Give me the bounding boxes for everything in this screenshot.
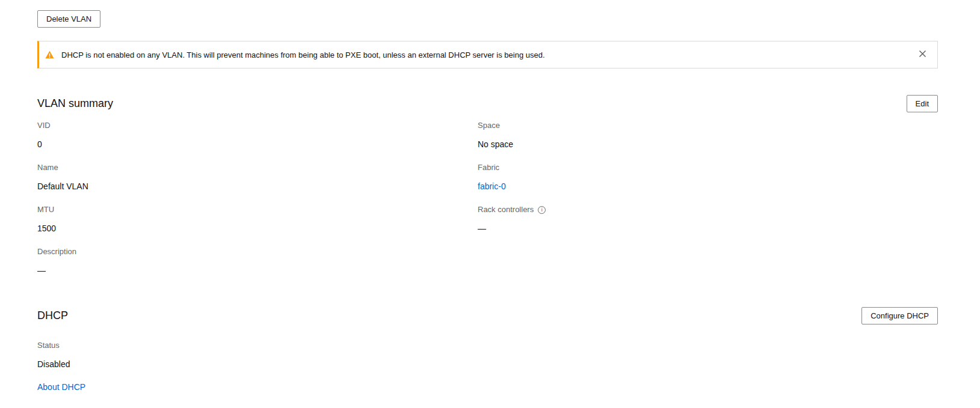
field-value: Disabled (37, 359, 938, 370)
field-dhcp-status: Status Disabled (37, 341, 938, 370)
field-fabric: Fabric fabric-0 (478, 163, 938, 192)
info-icon[interactable]: i (538, 206, 546, 214)
dhcp-header: DHCP Configure DHCP (37, 307, 938, 324)
field-value: 1500 (37, 224, 478, 234)
alert-close-button[interactable] (916, 47, 929, 62)
about-dhcp-wrap: About DHCP (37, 382, 938, 392)
field-space: Space No space (478, 121, 938, 150)
vlan-summary-title: VLAN summary (37, 97, 113, 110)
delete-vlan-button[interactable]: Delete VLAN (37, 10, 100, 28)
field-value: 0 (37, 139, 478, 150)
dhcp-title: DHCP (37, 309, 68, 322)
field-label: VID (37, 121, 478, 130)
field-rack-controllers: Rack controllers i — (478, 205, 938, 234)
field-value: Default VLAN (37, 181, 478, 192)
alert-message: DHCP is not enabled on any VLAN. This wi… (61, 50, 545, 59)
field-label: MTU (37, 205, 478, 215)
dhcp-warning-alert: DHCP is not enabled on any VLAN. This wi… (37, 41, 938, 69)
field-mtu: MTU 1500 (37, 205, 478, 234)
configure-dhcp-button[interactable]: Configure DHCP (861, 307, 938, 324)
vlan-summary-fields: VID 0 Space No space Name Default VLAN F… (37, 121, 938, 276)
field-label: Status (37, 341, 938, 350)
about-dhcp-link[interactable]: About DHCP (37, 382, 85, 392)
field-description: Description — (37, 247, 478, 276)
warning-icon (45, 50, 54, 59)
vlan-summary-header: VLAN summary Edit (37, 95, 938, 112)
close-icon (919, 50, 926, 59)
field-vid: VID 0 (37, 121, 478, 150)
vlan-details-page: Delete VLAN DHCP is not enabled on any V… (0, 0, 980, 392)
field-name: Name Default VLAN (37, 163, 478, 192)
field-label: Space (478, 121, 938, 130)
field-label: Name (37, 163, 478, 172)
field-value: No space (478, 139, 938, 150)
field-label: Fabric (478, 163, 938, 172)
fabric-link[interactable]: fabric-0 (478, 181, 506, 191)
edit-button[interactable]: Edit (907, 95, 938, 112)
field-label: Description (37, 247, 478, 257)
field-value: fabric-0 (478, 181, 938, 192)
field-value: — (37, 266, 478, 276)
field-value: — (478, 224, 938, 234)
field-label-text: Rack controllers (478, 205, 534, 215)
field-label: Rack controllers i (478, 205, 938, 215)
